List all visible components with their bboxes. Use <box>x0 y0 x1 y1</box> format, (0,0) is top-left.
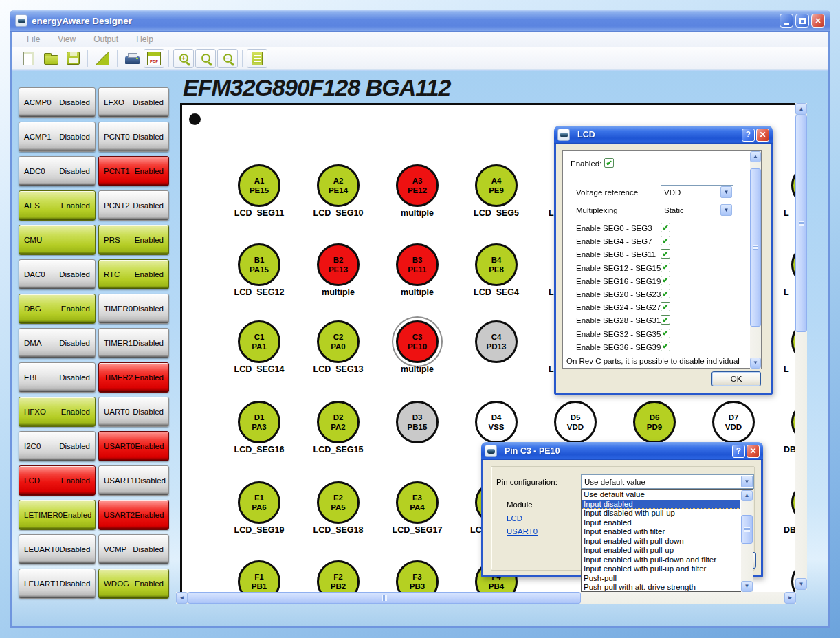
listbox-scrollbar[interactable]: ▲ ▼ <box>741 490 753 592</box>
pin-config-option[interactable]: Input enabled with filter <box>582 527 740 537</box>
zoom-out-button[interactable]: − <box>217 49 238 68</box>
sidebar-item-timer0[interactable]: TIMER0Disabled <box>98 294 169 324</box>
mirror-button[interactable] <box>92 49 113 68</box>
pin-B1[interactable]: B1PA15 <box>238 243 280 286</box>
sidebar-item-timer1[interactable]: TIMER1Disabled <box>98 328 169 358</box>
lcd-enabled-checkbox[interactable]: ✔ <box>604 158 614 168</box>
sidebar-item-rtc[interactable]: RTCEnabled <box>98 259 169 289</box>
pin-D3[interactable]: D3PB15 <box>396 401 439 443</box>
sidebar-item-leuart1[interactable]: LEUART1Disabled <box>19 569 96 599</box>
pin-dialog-titlebar[interactable]: Pin C3 - PE10 ? ✕ <box>481 442 763 460</box>
voltage-reference-select[interactable]: VDD ▼ <box>661 185 733 199</box>
scroll-up-button[interactable]: ▲ <box>795 103 807 115</box>
pin-config-option[interactable]: Input enabled <box>582 518 740 528</box>
pin-C1[interactable]: C1PA1 <box>238 320 280 363</box>
pin-config-option[interactable]: Input disabled <box>582 500 740 509</box>
segment-checkbox[interactable]: ✔ <box>661 315 670 324</box>
print-button[interactable] <box>122 49 142 68</box>
segment-checkbox[interactable]: ✔ <box>661 342 670 351</box>
pin-C4[interactable]: C4PD13 <box>475 320 518 363</box>
pin-config-option[interactable]: Push-pull <box>582 574 740 584</box>
sidebar-item-usart2[interactable]: USART2Enabled <box>98 500 169 530</box>
multiplexing-select[interactable]: Static ▼ <box>661 203 733 217</box>
sidebar-item-vcmp[interactable]: VCMPDisabled <box>98 534 169 564</box>
pin-A3[interactable]: A3PE12 <box>396 164 439 207</box>
sidebar-item-leuart0[interactable]: LEUART0Disabled <box>19 534 96 564</box>
zoom-in-button[interactable]: + <box>173 49 194 68</box>
sidebar-item-cmu[interactable]: CMU <box>19 225 96 255</box>
horizontal-scroll-thumb[interactable] <box>188 592 581 604</box>
close-dialog-button[interactable]: ✕ <box>747 445 760 458</box>
save-button[interactable] <box>63 49 83 68</box>
pin-config-option[interactable]: Input enabled with pull-up and filter <box>582 564 740 574</box>
minimize-button[interactable] <box>780 14 793 28</box>
pin-config-option[interactable]: Input disabled with pull-up <box>582 509 740 518</box>
export-pdf-button[interactable]: PDF <box>144 49 164 68</box>
sidebar-item-dbg[interactable]: DBGEnabled <box>19 294 96 324</box>
sidebar-item-dma[interactable]: DMADisabled <box>19 328 96 358</box>
pin-A4[interactable]: A4PE9 <box>475 164 518 207</box>
sidebar-item-aes[interactable]: AESEnabled <box>19 190 96 221</box>
sidebar-item-usart0[interactable]: USART0Enabled <box>98 431 169 461</box>
sidebar-item-wdog[interactable]: WDOGEnabled <box>98 569 169 599</box>
scroll-left-button[interactable]: ◄ <box>176 592 188 604</box>
sidebar-item-lfxo[interactable]: LFXODisabled <box>98 87 169 118</box>
sidebar-item-pcnt2[interactable]: PCNT2Disabled <box>98 190 169 221</box>
scroll-right-button[interactable]: ► <box>784 592 796 604</box>
pin-C3[interactable]: C3PE10 <box>396 320 439 363</box>
lcd-module-link[interactable]: LCD <box>507 514 522 522</box>
lcd-ok-button[interactable]: OK <box>711 371 761 386</box>
segment-checkbox[interactable]: ✔ <box>661 302 670 311</box>
sidebar-item-adc0[interactable]: ADC0Disabled <box>19 156 96 186</box>
sidebar-item-pcnt1[interactable]: PCNT1Enabled <box>98 156 169 186</box>
segment-checkbox[interactable]: ✔ <box>661 329 670 338</box>
sidebar-item-acmp0[interactable]: ACMP0Disabled <box>19 87 96 118</box>
sidebar-item-hfxo[interactable]: HFXOEnabled <box>19 397 96 427</box>
lcd-panel-scrollbar[interactable]: ▲ ▼ <box>750 151 761 368</box>
pin-D4[interactable]: D4VSS <box>475 401 518 443</box>
horizontal-scrollbar[interactable]: ◄ ► <box>176 592 796 604</box>
pin-D7[interactable]: D7VDD <box>712 401 755 443</box>
sidebar-item-acmp1[interactable]: ACMP1Disabled <box>19 122 96 152</box>
sidebar-item-ebi[interactable]: EBIDisabled <box>19 362 96 393</box>
pin-D6[interactable]: D6PD9 <box>633 401 676 443</box>
pin-A1[interactable]: A1PE15 <box>238 164 280 207</box>
sidebar-item-i2c0[interactable]: I2C0Disabled <box>19 431 96 461</box>
sidebar-item-dac0[interactable]: DAC0Disabled <box>19 259 96 289</box>
pin-B4[interactable]: B4PE8 <box>475 243 518 286</box>
pin-D5[interactable]: D5VDD <box>554 401 597 443</box>
pin-config-option[interactable]: Push-pull with alt. drive strength <box>582 583 740 593</box>
sidebar-item-pcnt0[interactable]: PCNT0Disabled <box>98 122 169 152</box>
vertical-scrollbar[interactable]: ▲ ▼ <box>795 103 807 590</box>
sidebar-item-usart1[interactable]: USART1Disabled <box>98 465 169 496</box>
sidebar-item-lcd[interactable]: LCDEnabled <box>19 465 96 496</box>
scroll-thumb[interactable] <box>750 168 761 327</box>
new-button[interactable] <box>19 49 39 68</box>
pin-E3[interactable]: E3PA4 <box>396 481 439 524</box>
scroll-down-button[interactable]: ▼ <box>750 358 761 368</box>
menu-view[interactable]: View <box>50 33 83 45</box>
pin-D1[interactable]: D1PA3 <box>238 401 280 443</box>
sidebar-item-letimer0[interactable]: LETIMER0Enabled <box>19 500 96 530</box>
pin-B2[interactable]: B2PE13 <box>317 243 360 286</box>
sidebar-item-uart0[interactable]: UART0Disabled <box>98 397 169 427</box>
sidebar-item-timer2[interactable]: TIMER2Enabled <box>98 362 169 393</box>
pin-config-option[interactable]: Input enabled with pull-down and filter <box>582 556 740 565</box>
pin-config-option[interactable]: Input enabled with pull-up <box>582 546 740 556</box>
segment-checkbox[interactable]: ✔ <box>661 276 670 285</box>
pin-E2[interactable]: E2PA5 <box>317 481 360 524</box>
lcd-dialog-titlebar[interactable]: LCD ? ✕ <box>554 126 773 144</box>
zoom-reset-button[interactable] <box>195 49 216 68</box>
pin-config-option[interactable]: Input enabled with pull-down <box>582 537 740 547</box>
vertical-scroll-thumb[interactable] <box>795 115 807 332</box>
segment-checkbox[interactable]: ✔ <box>661 263 670 272</box>
scroll-down-button[interactable]: ▼ <box>795 578 807 590</box>
pin-E1[interactable]: E1PA6 <box>238 481 280 524</box>
scroll-up-button[interactable]: ▲ <box>750 151 761 162</box>
segment-checkbox[interactable]: ✔ <box>661 236 670 245</box>
help-button[interactable]: ? <box>742 129 755 142</box>
menu-file[interactable]: File <box>19 33 47 45</box>
pin-D2[interactable]: D2PA2 <box>317 401 360 443</box>
close-button[interactable]: ✕ <box>811 14 825 28</box>
pin-A2[interactable]: A2PE14 <box>317 164 360 207</box>
